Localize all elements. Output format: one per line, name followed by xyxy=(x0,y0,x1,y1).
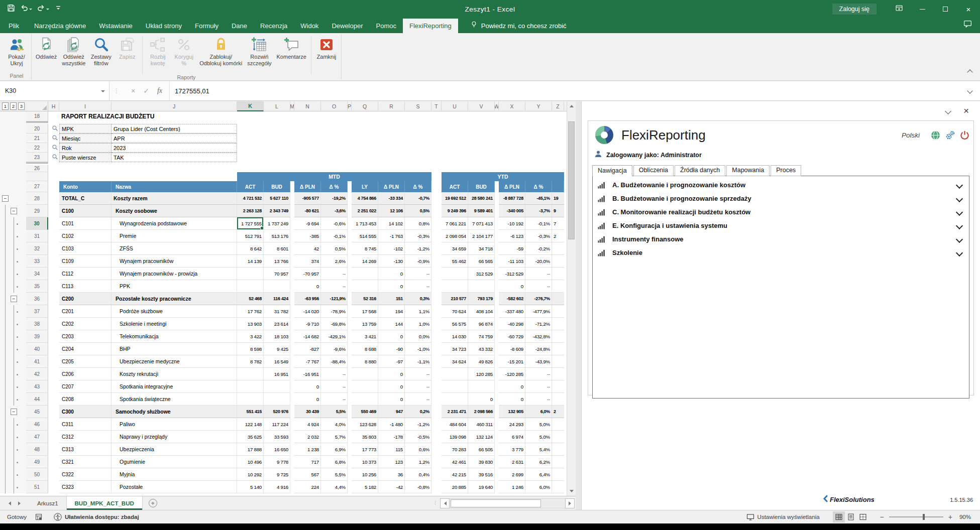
param-filter-cell[interactable] xyxy=(48,134,59,143)
cell-Y45[interactable]: 6,0% xyxy=(525,406,552,418)
cell-O29[interactable]: -3,6% xyxy=(321,205,348,217)
row-header-28[interactable]: 28 xyxy=(26,192,48,205)
cell-S39[interactable]: 0,0% xyxy=(405,330,431,343)
cell-S34[interactable]: -- xyxy=(405,268,431,280)
cell-Z42-clipped[interactable] xyxy=(552,368,564,380)
cell-K39[interactable]: 3 422 xyxy=(237,330,264,343)
cell-U45[interactable]: 2 231 471 xyxy=(442,406,468,418)
cell-Z29-clipped[interactable]: 9 xyxy=(552,205,564,217)
cell-Y38[interactable]: -71,2% xyxy=(525,318,552,330)
horizontal-scrollbar[interactable] xyxy=(450,498,565,508)
column-header-T[interactable]: T xyxy=(431,101,442,111)
chevron-down-icon[interactable] xyxy=(956,222,963,229)
nazwa-c102[interactable]: Premie xyxy=(112,230,237,242)
cell-K37[interactable]: 17 762 xyxy=(237,305,264,318)
cell-V42[interactable]: 120 285 xyxy=(468,368,495,380)
cell-S38[interactable]: 1,0% xyxy=(405,318,431,330)
nazwa-c312[interactable]: Naprawy i przeglądy xyxy=(112,431,237,443)
cell-R45[interactable]: 947 xyxy=(378,406,405,418)
konto-c200[interactable]: C200 xyxy=(59,293,112,305)
zoom-slider[interactable] xyxy=(889,516,943,517)
close-button[interactable]: × xyxy=(957,0,980,18)
cell-H[interactable] xyxy=(48,418,59,431)
cell-H[interactable] xyxy=(48,111,59,121)
cell-K36[interactable]: 52 468 xyxy=(237,293,264,305)
chevron-down-icon[interactable] xyxy=(956,235,963,242)
konto-c201[interactable]: C201 xyxy=(59,305,112,318)
cell-Z38-clipped[interactable] xyxy=(552,318,564,330)
konto-c113[interactable]: C113 xyxy=(59,280,112,293)
collapse-ribbon-button[interactable] xyxy=(968,67,972,76)
cell-O28[interactable]: -19,2% xyxy=(321,192,348,205)
nav-item-a-bud-etowanie-i-prognozowanie-koszt-w[interactable]: A. Budżetowanie i prognozowanie kosztów xyxy=(593,178,969,192)
cell-S48[interactable]: 0,6% xyxy=(405,443,431,456)
cell-X51[interactable]: 1 246 xyxy=(499,481,525,493)
formula-bar-splitter[interactable]: ⋮ xyxy=(110,81,124,100)
nazwa-c322[interactable]: Myjnia xyxy=(112,468,237,481)
ribbon-tab-recenzja[interactable]: Recenzja xyxy=(254,19,294,33)
konto-c322[interactable]: C322 xyxy=(59,468,112,481)
cell-L41[interactable]: 16 549 xyxy=(264,355,290,368)
cell-X46[interactable]: 24 293 xyxy=(499,418,525,431)
cell-Q38[interactable]: 13 759 xyxy=(352,318,378,330)
cell-O47[interactable]: 5,7% xyxy=(321,431,348,443)
cell-H[interactable] xyxy=(48,205,59,217)
previous-sheet-button[interactable] xyxy=(7,501,11,505)
column-header-M[interactable]: M xyxy=(290,101,294,111)
cell-S42[interactable]: -- xyxy=(405,368,431,380)
row-header-46[interactable]: 46 xyxy=(26,418,48,431)
select-all-corner[interactable] xyxy=(26,101,48,111)
cell-Y43[interactable]: -- xyxy=(525,380,552,393)
cell-N36[interactable]: -63 956 xyxy=(294,293,321,305)
cell-V46[interactable]: 460 311 xyxy=(468,418,495,431)
cell-blank[interactable] xyxy=(48,172,237,181)
vertical-scroll-thumb[interactable] xyxy=(568,121,575,239)
cell-S40[interactable]: -1,0% xyxy=(405,343,431,355)
cell-R30[interactable]: 14 102 xyxy=(378,217,405,230)
param-filter-cell[interactable] xyxy=(48,153,59,162)
insert-function-button[interactable]: fx xyxy=(157,87,162,95)
cell-K46[interactable]: 122 148 xyxy=(237,418,264,431)
column-header-R[interactable]: R xyxy=(378,101,405,111)
cell-S41[interactable]: -1,1% xyxy=(405,355,431,368)
konto-c321[interactable]: C321 xyxy=(59,456,112,468)
cell-Q37[interactable]: 17 568 xyxy=(352,305,378,318)
cell-R29[interactable]: 12 106 xyxy=(378,205,405,217)
ribbon-button-poka-ukryj[interactable]: Pokaż/ Ukryj xyxy=(4,34,30,67)
row-header-34[interactable]: 34 xyxy=(26,268,48,280)
cell-Z41-clipped[interactable] xyxy=(552,355,564,368)
cell-Q51[interactable]: 5 182 xyxy=(352,481,378,493)
cell-Y34[interactable]: -- xyxy=(525,268,552,280)
row-header-35[interactable]: 35 xyxy=(26,280,48,293)
ribbon-tab-narz-dzia-g-wne[interactable]: Narzędzia główne xyxy=(28,19,92,33)
cell-Y28[interactable]: -45,1% xyxy=(525,192,552,205)
cell-R41[interactable]: -97 xyxy=(378,355,405,368)
logout-power-icon[interactable] xyxy=(960,130,969,140)
ribbon-tab-widok[interactable]: Widok xyxy=(294,19,325,33)
scroll-left-button[interactable] xyxy=(440,498,450,508)
tell-me-box[interactable]: Powiedz mi, co chcesz zrobić xyxy=(470,19,567,33)
cell-Q43[interactable] xyxy=(352,380,378,393)
cell-V33[interactable]: 66 565 xyxy=(468,255,495,268)
cell-N31[interactable]: -385 xyxy=(294,230,321,242)
konto-c205[interactable]: C205 xyxy=(59,355,112,368)
cell-K45[interactable]: 551 415 xyxy=(237,406,264,418)
cell-X30[interactable]: -10 192 xyxy=(499,217,525,230)
cell-O38[interactable]: -69,8% xyxy=(321,318,348,330)
cell-V49[interactable]: 39 830 xyxy=(468,456,495,468)
cell-N33[interactable]: 374 xyxy=(294,255,321,268)
cell-O33[interactable]: 2,6% xyxy=(321,255,348,268)
cell-L45[interactable]: 520 976 xyxy=(264,406,290,418)
cell-H[interactable] xyxy=(48,406,59,418)
column-header-V[interactable]: V xyxy=(468,101,495,111)
cell-N29[interactable]: -80 621 xyxy=(294,205,321,217)
cell-Y33[interactable]: -20,0% xyxy=(525,255,552,268)
param-value-miesi-c[interactable]: APR xyxy=(112,134,237,143)
cell-R51[interactable]: -42 xyxy=(378,481,405,493)
cell-S43[interactable]: -- xyxy=(405,380,431,393)
nav-item-c-monitorowanie-realizacji-bud-etu-koszt-w[interactable]: C. Monitorowanie realizacji budżetu kosz… xyxy=(593,205,969,219)
cell-L34[interactable]: 70 957 xyxy=(264,268,290,280)
cell-Q44[interactable] xyxy=(352,393,378,406)
param-value-rok[interactable]: 2023 xyxy=(112,143,237,153)
cell-R40[interactable]: -90 xyxy=(378,343,405,355)
